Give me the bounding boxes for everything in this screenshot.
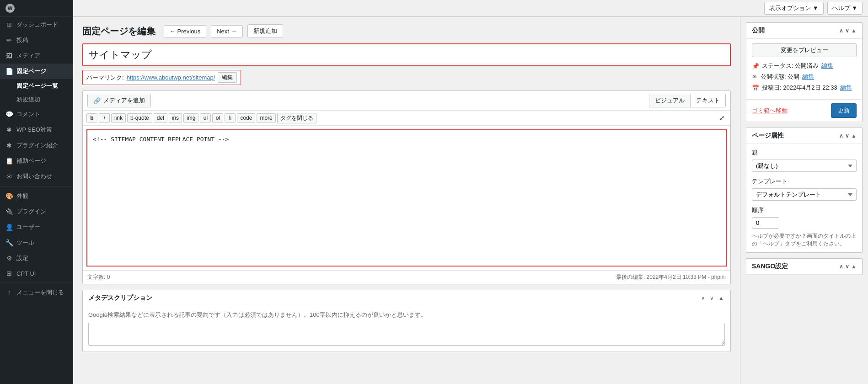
publish-toggle-icon[interactable]: ▲ bbox=[851, 27, 857, 34]
visibility-label: 公開状態: 公開 bbox=[761, 73, 799, 81]
sidebar-item-plugins[interactable]: 🔌 プラグイン bbox=[0, 204, 73, 219]
next-button[interactable]: Next → bbox=[211, 25, 242, 37]
add-media-button[interactable]: 🔗 メディアを追加 bbox=[87, 94, 151, 107]
display-options-button[interactable]: 表示オプション ▼ bbox=[764, 2, 823, 15]
editor-body[interactable]: <!-- SITEMAP CONTENT REPLACE POINT --> bbox=[86, 129, 727, 267]
format-del[interactable]: del bbox=[154, 113, 167, 123]
meta-collapse-down-icon[interactable]: ∨ bbox=[709, 294, 715, 302]
format-ol[interactable]: ol bbox=[212, 113, 223, 123]
status-icon: 📌 bbox=[752, 63, 759, 69]
sidebar-item-comments[interactable]: 💬 コメント bbox=[0, 107, 73, 122]
sidebar-item-settings[interactable]: ⚙ 設定 bbox=[0, 251, 73, 266]
meta-collapse-up-icon[interactable]: ∧ bbox=[700, 294, 706, 302]
format-ins[interactable]: ins bbox=[169, 113, 182, 123]
trash-link[interactable]: ゴミ箱へ移動 bbox=[752, 107, 788, 115]
format-bold[interactable]: b bbox=[86, 113, 97, 123]
right-sidebar: 公開 ∧ ∨ ▲ 変更をプレビュー 📌 ステータス: 公開済み 編集 bbox=[740, 17, 868, 384]
format-ul[interactable]: ul bbox=[200, 113, 211, 123]
publish-panel-body: 変更をプレビュー 📌 ステータス: 公開済み 編集 👁 公開状態: 公開 編集 … bbox=[746, 39, 862, 99]
wp-logo-icon: W bbox=[5, 4, 15, 13]
permalink-url[interactable]: https://www.aboutwp.net/sitemap/ bbox=[127, 74, 215, 81]
sidebar-divider-1 bbox=[0, 186, 73, 187]
tab-text[interactable]: テキスト bbox=[691, 94, 726, 107]
date-edit-link[interactable]: 編集 bbox=[840, 84, 852, 92]
expand-editor-button[interactable]: ⤢ bbox=[718, 112, 727, 123]
permalink-edit-button[interactable]: 編集 bbox=[218, 72, 237, 83]
sidebar-item-media[interactable]: 🖼 メディア bbox=[0, 48, 73, 64]
title-input[interactable] bbox=[83, 44, 730, 65]
meta-section-header[interactable]: メタデスクリプション ∧ ∨ ▲ bbox=[83, 290, 730, 306]
format-img[interactable]: img bbox=[183, 113, 198, 123]
meta-toggle-icon[interactable]: ▲ bbox=[718, 294, 725, 302]
sidebar-item-pages[interactable]: 📄 固定ページ bbox=[0, 64, 73, 79]
meta-description-input[interactable] bbox=[88, 323, 725, 346]
format-link[interactable]: link bbox=[111, 113, 126, 123]
sidebar-sub-pages-list[interactable]: 固定ページ一覧 bbox=[0, 79, 73, 93]
page-attributes-body: 親 (親なし) テンプレート デフォルトテンプレート 順序 ヘルプが必要ですか？… bbox=[746, 144, 862, 252]
title-input-wrap bbox=[82, 43, 731, 66]
attrs-collapse-up-icon[interactable]: ∧ bbox=[839, 133, 843, 139]
sidebar-item-wp-seo[interactable]: ✱ WP SEO対策 bbox=[0, 122, 73, 138]
last-edit: 最後の編集: 2022年4月2日 10:33 PM - phpini bbox=[616, 273, 726, 281]
attrs-collapse-down-icon[interactable]: ∨ bbox=[845, 133, 849, 139]
main-wrap: 表示オプション ▼ ヘルプ ▼ 固定ページを編集 ← Previous Next… bbox=[73, 0, 868, 384]
help-button[interactable]: ヘルプ ▼ bbox=[827, 2, 863, 15]
sidebar-item-tools[interactable]: 🔧 ツール bbox=[0, 235, 73, 251]
publish-date-row: 📅 投稿日: 2022年4月2日 22:33 編集 bbox=[752, 84, 857, 92]
format-bquote[interactable]: b-quote bbox=[127, 113, 152, 123]
page-attributes-header: ページ属性 ∧ ∨ ▲ bbox=[746, 128, 862, 144]
sango-collapse-up-icon[interactable]: ∧ bbox=[839, 263, 843, 270]
meta-section-body: Google検索結果などに表示される記事の要約です（入力は必須ではありません）。… bbox=[83, 306, 730, 352]
tab-visual[interactable]: ビジュアル bbox=[649, 94, 691, 107]
sidebar-item-plugins-intro[interactable]: ✱ プラグイン紹介 bbox=[0, 138, 73, 153]
format-li[interactable]: li bbox=[225, 113, 236, 123]
editor-toolbar-top: 🔗 メディアを追加 ビジュアル テキスト bbox=[83, 91, 730, 111]
visibility-edit-link[interactable]: 編集 bbox=[802, 73, 814, 81]
appearance-icon: 🎨 bbox=[5, 192, 13, 200]
posts-icon: ✏ bbox=[5, 37, 13, 44]
sidebar-item-contact[interactable]: ✉ お問い合わせ bbox=[0, 169, 73, 184]
sidebar-divider-2 bbox=[0, 283, 73, 283]
sango-collapse-down-icon[interactable]: ∨ bbox=[845, 263, 849, 270]
contact-icon: ✉ bbox=[5, 173, 13, 180]
publish-panel-title: 公開 bbox=[752, 27, 765, 35]
content-area: 固定ページを編集 ← Previous Next → 新規追加 パーマリンク: … bbox=[73, 17, 868, 384]
sidebar: W ⊞ ダッシュボード ✏ 投稿 🖼 メディア 📄 固定ページ 固定ページ一覧 … bbox=[0, 0, 73, 384]
sidebar-sub-pages-new[interactable]: 新規追加 bbox=[0, 93, 73, 107]
cptui-icon: ⊞ bbox=[5, 270, 13, 277]
sidebar-item-dashboard[interactable]: ⊞ ダッシュボード bbox=[0, 17, 73, 32]
publish-collapse-down-icon[interactable]: ∨ bbox=[845, 27, 849, 34]
format-code[interactable]: code bbox=[237, 113, 255, 123]
order-input[interactable] bbox=[752, 217, 779, 229]
sidebar-item-cptui[interactable]: ⊞ CPT UI bbox=[0, 266, 73, 281]
sidebar-item-help[interactable]: 📋 補助ページ bbox=[0, 153, 73, 169]
sidebar-item-appearance[interactable]: 🎨 外観 bbox=[0, 188, 73, 204]
sango-panel-header[interactable]: SANGO設定 ∧ ∨ ▲ bbox=[746, 259, 862, 275]
format-italic[interactable]: i bbox=[99, 113, 110, 123]
format-close-tags[interactable]: タグを閉じる bbox=[277, 113, 316, 123]
status-edit-link[interactable]: 編集 bbox=[821, 62, 833, 70]
parent-select[interactable]: (親なし) bbox=[752, 160, 857, 172]
preview-button[interactable]: 変更をプレビュー bbox=[752, 43, 857, 57]
sango-panel-controls: ∧ ∨ ▲ bbox=[839, 263, 857, 270]
publish-collapse-up-icon[interactable]: ∧ bbox=[839, 27, 843, 34]
prev-button[interactable]: ← Previous bbox=[164, 25, 206, 37]
sidebar-item-users[interactable]: 👤 ユーザー bbox=[0, 219, 73, 235]
sango-toggle-icon[interactable]: ▲ bbox=[851, 263, 857, 270]
sidebar-item-close-menu[interactable]: ↑ メニューを閉じる bbox=[0, 285, 73, 300]
update-button[interactable]: 更新 bbox=[831, 103, 857, 118]
visibility-icon: 👁 bbox=[752, 74, 758, 80]
new-page-button[interactable]: 新規追加 bbox=[247, 24, 283, 38]
status-label: ステータス: 公開済み bbox=[762, 62, 819, 70]
format-more[interactable]: more bbox=[257, 113, 275, 123]
template-select[interactable]: デフォルトテンプレート bbox=[752, 188, 857, 201]
parent-label: 親 bbox=[752, 149, 857, 157]
attrs-toggle-icon[interactable]: ▲ bbox=[851, 133, 857, 139]
pages-icon: 📄 bbox=[5, 68, 13, 75]
sidebar-item-posts[interactable]: ✏ 投稿 bbox=[0, 32, 73, 48]
editor-container: 🔗 メディアを追加 ビジュアル テキスト b i link b-quote de… bbox=[82, 91, 731, 284]
editor-format-bar: b i link b-quote del ins img ul ol li co… bbox=[83, 111, 730, 126]
permalink-label: パーマリンク: bbox=[86, 74, 124, 82]
tools-icon: 🔧 bbox=[5, 239, 13, 246]
media-icon: 🖼 bbox=[5, 52, 13, 59]
